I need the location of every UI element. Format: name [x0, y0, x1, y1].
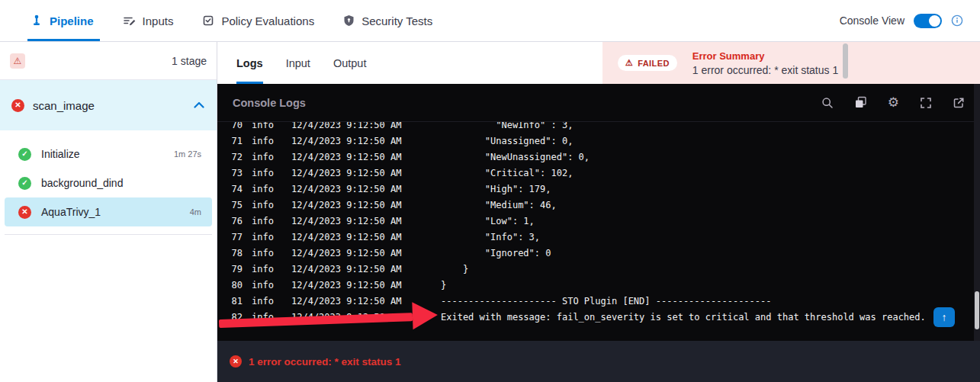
step-duration: 4m: [190, 207, 201, 217]
log-timestamp: 12/4/2023 9:12:50 AM: [291, 294, 432, 310]
log-line-number: 81: [227, 294, 243, 310]
log-timestamp: 12/4/2023 9:12:50 AM: [291, 246, 432, 262]
log-level: info: [252, 197, 282, 213]
error-summary-text: Error Summary 1 error occurred: * exit s…: [692, 50, 838, 76]
inputs-icon: [123, 14, 136, 27]
open-in-new-icon[interactable]: [953, 97, 965, 109]
gear-icon[interactable]: ⚙: [888, 96, 899, 109]
nav-tab-label: Security Tests: [361, 14, 432, 27]
nav-tab-label: Pipeline: [50, 14, 94, 27]
execution-sidebar: ⚠ 1 stage ✕ scan_image ✓ Initialize 1m 2…: [0, 42, 217, 382]
top-navigation: Pipeline Inputs Policy Evaluations Secur…: [0, 0, 980, 42]
nav-right-controls: Console View: [840, 14, 963, 28]
failed-status-icon: ✕: [11, 99, 24, 112]
log-level: info: [252, 230, 282, 246]
log-line-number: 77: [227, 230, 243, 246]
console-toolbar: ⚙: [821, 96, 965, 109]
log-line-number: 80: [227, 278, 243, 294]
log-level: info: [252, 181, 282, 197]
error-summary-title: Error Summary: [692, 50, 838, 62]
nav-tab-label: Policy Evaluations: [221, 14, 314, 27]
log-timestamp: 12/4/2023 9:12:50 AM: [291, 122, 432, 133]
step-row-initialize[interactable]: ✓ Initialize 1m 27s: [5, 140, 212, 169]
log-timestamp: 12/4/2023 9:12:50 AM: [291, 230, 432, 246]
scroll-to-top-button[interactable]: ↑: [933, 307, 955, 327]
failed-badge-label: FAILED: [638, 59, 670, 68]
log-line: 73 info 12/4/2023 9:12:50 AM "Critical":…: [217, 165, 974, 181]
step-row-aquatrivy[interactable]: ✕ AquaTrivy_1 4m: [5, 197, 212, 226]
log-timestamp: 12/4/2023 9:12:50 AM: [291, 149, 432, 165]
pipeline-icon: [31, 14, 43, 27]
log-line-number: 76: [227, 213, 243, 230]
warning-icon[interactable]: ⚠: [10, 53, 25, 69]
log-message: Exited with message: fail_on_severity is…: [441, 310, 974, 326]
log-line-number: 70: [227, 122, 243, 133]
log-timestamp: 12/4/2023 9:12:50 AM: [291, 197, 432, 213]
log-line-number: 79: [227, 262, 243, 278]
console-header: Console Logs ⚙: [217, 84, 980, 122]
log-line: 76 info 12/4/2023 9:12:50 AM "Low": 1,: [217, 213, 974, 230]
info-icon[interactable]: [951, 14, 963, 27]
nav-tab-security-tests[interactable]: Security Tests: [343, 0, 432, 41]
log-level: info: [252, 294, 282, 310]
shield-icon: [343, 14, 355, 27]
console-view-label: Console View: [840, 14, 904, 27]
nav-tab-inputs[interactable]: Inputs: [123, 0, 174, 41]
log-line: 75 info 12/4/2023 9:12:50 AM "Medium": 4…: [217, 197, 974, 213]
log-line: 78 info 12/4/2023 9:12:50 AM "Ignored": …: [217, 246, 974, 262]
chevron-up-icon[interactable]: [193, 101, 205, 110]
log-timestamp: 12/4/2023 9:12:50 AM: [291, 310, 432, 326]
tab-logs[interactable]: Logs: [236, 42, 263, 84]
search-icon[interactable]: [821, 97, 834, 109]
log-message: --------------------- STO Plugin [END] -…: [441, 294, 974, 310]
log-level: info: [252, 133, 282, 149]
toggle-knob: [929, 15, 940, 27]
log-line-number: 74: [227, 181, 243, 197]
log-line-number: 71: [227, 133, 243, 149]
log-level: info: [252, 149, 282, 165]
nav-tab-label: Inputs: [143, 14, 174, 27]
log-message: "Info": 3,: [441, 230, 974, 246]
console-view-toggle[interactable]: [914, 14, 942, 28]
log-level: info: [252, 122, 282, 133]
failed-status-icon: ✕: [18, 206, 31, 219]
log-message: "Unassigned": 0,: [441, 133, 974, 149]
fullscreen-icon[interactable]: [920, 97, 932, 109]
policy-check-icon: [202, 14, 214, 27]
log-line: 70 info 12/4/2023 9:12:50 AM "NewInfo" :…: [217, 122, 974, 133]
log-timestamp: 12/4/2023 9:12:50 AM: [291, 262, 432, 278]
log-message: }: [441, 262, 974, 278]
log-timestamp: 12/4/2023 9:12:50 AM: [291, 133, 432, 149]
log-line-number: 73: [227, 165, 243, 181]
log-message: "Ignored": 0: [441, 246, 974, 262]
log-level: info: [252, 213, 282, 230]
stage-row-scan-image[interactable]: ✕ scan_image: [0, 80, 217, 130]
log-message: "NewUnassigned": 0,: [441, 149, 974, 165]
log-viewport[interactable]: 70 info 12/4/2023 9:12:50 AM "NewInfo" :…: [217, 122, 974, 341]
step-row-background-dind[interactable]: ✓ background_dind: [5, 169, 212, 197]
footer-error-text: 1 error occurred: * exit status 1: [249, 356, 401, 368]
log-level: info: [252, 262, 282, 278]
success-status-icon: ✓: [18, 148, 31, 161]
nav-tab-pipeline[interactable]: Pipeline: [31, 0, 94, 41]
error-summary-panel: ⚠ FAILED Error Summary 1 error occurred:…: [602, 42, 980, 84]
tab-input[interactable]: Input: [286, 42, 310, 84]
log-message: }: [441, 278, 974, 294]
log-line-number: 72: [227, 149, 243, 165]
stage-name: scan_image: [33, 99, 95, 112]
log-level: info: [252, 310, 282, 326]
error-summary-scrollbar[interactable]: [843, 43, 848, 79]
log-timestamp: 12/4/2023 9:12:50 AM: [291, 181, 432, 197]
scrollbar-thumb[interactable]: [975, 291, 979, 329]
log-line: 82 info 12/4/2023 9:12:50 AM Exited with…: [217, 310, 974, 326]
nav-tab-policy-evaluations[interactable]: Policy Evaluations: [202, 0, 314, 41]
step-name: Initialize: [41, 148, 80, 160]
step-name: background_dind: [41, 177, 123, 189]
warning-icon: ⚠: [625, 58, 633, 68]
console-scrollbar[interactable]: [974, 84, 980, 341]
error-footer-bar: ✕ 1 error occurred: * exit status 1: [217, 341, 980, 382]
tab-output[interactable]: Output: [333, 42, 367, 84]
copy-icon[interactable]: [854, 96, 867, 109]
log-line: 74 info 12/4/2023 9:12:50 AM "High": 179…: [217, 181, 974, 197]
log-line: 80 info 12/4/2023 9:12:50 AM }: [217, 278, 974, 294]
